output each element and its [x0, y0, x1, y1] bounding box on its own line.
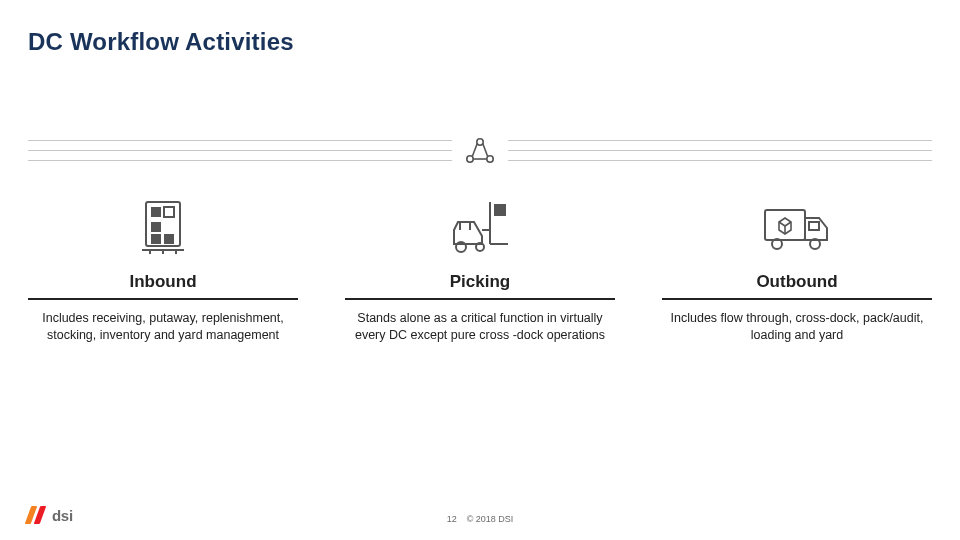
footer-meta: 12 © 2018 DSI [447, 514, 514, 524]
svg-rect-13 [494, 204, 506, 216]
column-body: Stands alone as a critical function in v… [345, 310, 615, 344]
column-outbound: Outbound Includes flow through, cross-do… [662, 190, 932, 344]
svg-rect-7 [151, 234, 161, 244]
column-heading: Outbound [756, 272, 837, 292]
svg-rect-5 [164, 207, 174, 217]
svg-rect-6 [151, 222, 161, 232]
svg-point-1 [467, 156, 473, 162]
column-body: Includes receiving, putaway, replenishme… [28, 310, 298, 344]
footer: dsi 12 © 2018 DSI [28, 506, 932, 524]
truck-icon [761, 190, 833, 254]
svg-rect-22 [809, 222, 819, 230]
svg-line-27 [785, 222, 791, 226]
svg-rect-4 [151, 207, 161, 217]
dsi-logo: dsi [28, 506, 73, 524]
page-number: 12 [447, 514, 457, 524]
dsi-logo-text: dsi [52, 507, 73, 524]
column-heading: Picking [450, 272, 510, 292]
column-inbound: Inbound Includes receiving, putaway, rep… [28, 190, 298, 344]
horizontal-band [28, 136, 932, 168]
column-heading: Inbound [129, 272, 196, 292]
column-rule [662, 298, 932, 300]
svg-line-26 [779, 222, 785, 226]
forklift-icon [448, 190, 512, 254]
dsi-logo-mark-icon [28, 506, 46, 524]
slide: DC Workflow Activities [0, 0, 960, 540]
column-rule [345, 298, 615, 300]
columns-row: Inbound Includes receiving, putaway, rep… [28, 190, 932, 344]
svg-rect-21 [765, 210, 805, 240]
inbound-pallet-icon [142, 190, 184, 254]
page-title: DC Workflow Activities [28, 28, 932, 56]
compliance-cycle-icon [452, 124, 508, 180]
column-body: Includes flow through, cross-dock, pack/… [662, 310, 932, 344]
svg-point-2 [487, 156, 493, 162]
copyright-text: © 2018 DSI [467, 514, 514, 524]
column-rule [28, 298, 298, 300]
column-picking: Picking Stands alone as a critical funct… [345, 190, 615, 344]
svg-rect-8 [164, 234, 174, 244]
